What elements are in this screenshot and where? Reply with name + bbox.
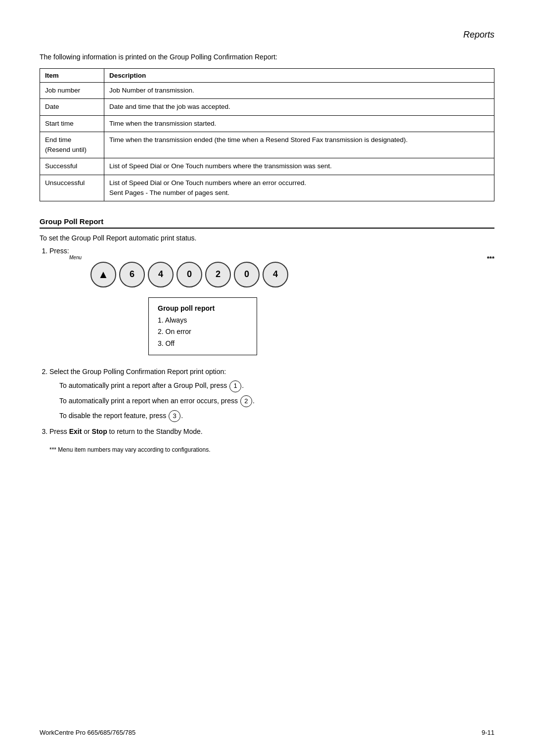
screen-title: Group poll report bbox=[158, 303, 248, 315]
footnote: *** Menu item numbers may vary according… bbox=[49, 445, 494, 455]
step-2: Select the Group Polling Confirmation Re… bbox=[49, 366, 494, 422]
key-btn-4[interactable]: 4 bbox=[263, 262, 288, 287]
table-row: Job numberJob Number of transmission. bbox=[40, 83, 494, 99]
page-title: Reports bbox=[40, 30, 494, 40]
key-btn-6[interactable]: 6 bbox=[119, 262, 145, 287]
table-cell-description: Date and time that the job was accepted. bbox=[104, 99, 494, 115]
screen-box: Group poll report 1. Always2. On error3.… bbox=[148, 297, 257, 355]
intro-text: The following information is printed on … bbox=[40, 52, 494, 62]
table-row: SuccessfulList of Speed Dial or One Touc… bbox=[40, 158, 494, 175]
key-btn-4[interactable]: 4 bbox=[148, 262, 174, 287]
table-cell-item: Successful bbox=[40, 158, 104, 175]
col-header-description: Description bbox=[104, 69, 494, 83]
step3-stop: Stop bbox=[92, 427, 107, 435]
table-row: UnsuccessfulList of Speed Dial or One To… bbox=[40, 175, 494, 201]
table-cell-description: Time when the transmission started. bbox=[104, 115, 494, 132]
step3-press: Press bbox=[49, 427, 67, 435]
table-cell-description: Time when the transmission ended (the ti… bbox=[104, 132, 494, 158]
key-btn-2[interactable]: 2 bbox=[205, 262, 231, 287]
table-cell-description: List of Speed Dial or One Touch numbers … bbox=[104, 175, 494, 201]
table-cell-item: Job number bbox=[40, 83, 104, 99]
screen-option: 1. Always bbox=[158, 315, 248, 327]
screen-option: 3. Off bbox=[158, 338, 248, 350]
table-cell-item: Date bbox=[40, 99, 104, 115]
page: Reports The following information is pri… bbox=[0, 0, 534, 756]
screen-option: 2. On error bbox=[158, 326, 248, 338]
table-row: DateDate and time that the job was accep… bbox=[40, 99, 494, 115]
step3-or: or bbox=[84, 427, 91, 435]
step2-sub3: To disable the report feature, press 3. bbox=[59, 410, 494, 422]
section-body: To set the Group Poll Report automatic p… bbox=[40, 233, 494, 455]
table-cell-description: Job Number of transmission. bbox=[104, 83, 494, 99]
step2-label: Select the Group Polling Confirmation Re… bbox=[49, 368, 226, 376]
key-row-wrapper: Menu *** ▲640204 bbox=[69, 262, 494, 287]
key-2-circle: 2 bbox=[240, 395, 252, 407]
footer-right: 9-11 bbox=[482, 729, 494, 736]
key-btn-0[interactable]: 0 bbox=[177, 262, 202, 287]
footer: WorkCentre Pro 665/685/765/785 9-11 bbox=[40, 729, 494, 736]
step3-end: to return to the Standby Mode. bbox=[109, 427, 203, 435]
step1-label: Press: bbox=[49, 247, 69, 255]
key-btn-0[interactable]: 0 bbox=[234, 262, 260, 287]
table-row: Start timeTime when the transmission sta… bbox=[40, 115, 494, 132]
menu-label: Menu bbox=[69, 254, 82, 262]
step2-sub1: To automatically print a report after a … bbox=[59, 380, 494, 392]
key-3-circle: 3 bbox=[169, 410, 180, 422]
steps-list: Press: Menu *** ▲640204 Group poll repor… bbox=[49, 245, 494, 437]
step3-exit: Exit bbox=[69, 427, 82, 435]
key-menu-btn[interactable]: ▲ bbox=[90, 262, 116, 287]
table-cell-item: Start time bbox=[40, 115, 104, 132]
key-1-circle: 1 bbox=[229, 380, 241, 392]
table-cell-item: Unsuccessful bbox=[40, 175, 104, 201]
step-1: Press: Menu *** ▲640204 Group poll repor… bbox=[49, 245, 494, 362]
step-3: Press Exit or Stop to return to the Stan… bbox=[49, 426, 494, 437]
table-cell-item: End time (Resend until) bbox=[40, 132, 104, 158]
step2-sub2: To automatically print a report when an … bbox=[59, 395, 494, 407]
section-heading: Group Poll Report bbox=[40, 217, 494, 229]
section-intro: To set the Group Poll Report automatic p… bbox=[40, 233, 494, 243]
key-row: ▲640204 bbox=[89, 262, 494, 287]
footer-left: WorkCentre Pro 665/685/765/785 bbox=[40, 729, 135, 736]
col-header-item: Item bbox=[40, 69, 104, 83]
info-table: Item Description Job numberJob Number of… bbox=[40, 68, 494, 201]
table-row: End time (Resend until)Time when the tra… bbox=[40, 132, 494, 158]
table-cell-description: List of Speed Dial or One Touch numbers … bbox=[104, 158, 494, 175]
